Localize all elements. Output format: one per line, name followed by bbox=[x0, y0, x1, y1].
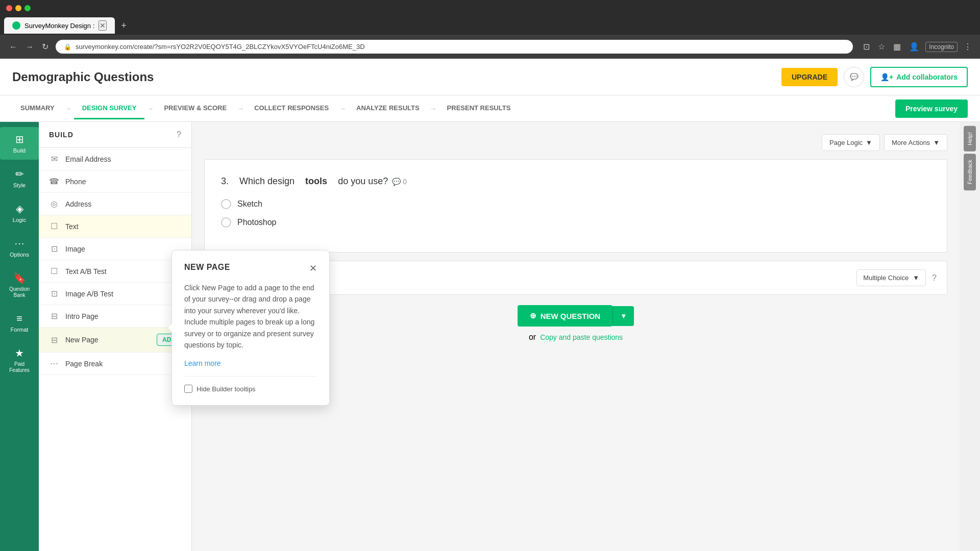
sidebar-item-question-bank[interactable]: 🔖 Question Bank bbox=[0, 266, 39, 305]
tab-arrow-4: → bbox=[337, 105, 348, 113]
sidebar-item-format[interactable]: ≡ Format bbox=[0, 307, 39, 339]
comment-button[interactable]: 💬 bbox=[844, 67, 864, 87]
sidebar-item-logic[interactable]: ◈ Logic bbox=[0, 196, 39, 229]
copy-paste-link[interactable]: Copy and paste questions bbox=[540, 333, 623, 341]
tooltip-close-button[interactable]: ✕ bbox=[309, 263, 317, 274]
tooltip-body: Click New Page to add a page to the end … bbox=[184, 282, 317, 350]
address-icon: ◎ bbox=[49, 199, 59, 209]
sidebar-item-build[interactable]: ⊞ Build bbox=[0, 127, 39, 160]
tab-design-survey[interactable]: DESIGN SURVEY bbox=[74, 98, 145, 119]
add-collab-icon: 👤+ bbox=[880, 73, 893, 81]
text-ab-icon: ☐ bbox=[49, 266, 59, 276]
profile-icon[interactable]: 👤 bbox=[907, 40, 921, 54]
survey-card: 3. Which design tools do you use? 💬 0 Sk… bbox=[204, 159, 947, 253]
comment-icon: 💬 0 bbox=[392, 178, 407, 186]
tooltip-popup: NEW PAGE ✕ Click New Page to add a page … bbox=[172, 250, 330, 406]
add-collaborators-button[interactable]: 👤+ Add collaborators bbox=[870, 67, 968, 87]
tab-analyze[interactable]: ANALYZE RESULTS bbox=[348, 98, 428, 119]
radio-photoshop[interactable] bbox=[221, 217, 231, 228]
image-ab-icon: ⊡ bbox=[49, 289, 59, 298]
tooltip-title: NEW PAGE bbox=[184, 263, 230, 272]
nav-tabs: SUMMARY → DESIGN SURVEY → PREVIEW & SCOR… bbox=[0, 95, 980, 122]
more-actions-button[interactable]: More Actions ▼ bbox=[884, 134, 947, 151]
main-content: ⊞ Build ✏ Style ◈ Logic ⋯ Options 🔖 Ques… bbox=[0, 122, 980, 551]
radio-sketch[interactable] bbox=[221, 199, 231, 209]
tab-close-btn[interactable]: ✕ bbox=[99, 20, 107, 31]
build-panel: BUILD ? ✉ Email Address ☎ Phone ◎ Addres… bbox=[39, 122, 192, 551]
bookmark-icon[interactable]: ☆ bbox=[876, 40, 887, 54]
tab-preview-score[interactable]: PREVIEW & SCORE bbox=[156, 98, 235, 119]
tab-present[interactable]: PRESENT RESULTS bbox=[439, 98, 519, 119]
survey-toolbar: Page Logic ▼ More Actions ▼ bbox=[204, 134, 947, 151]
build-help-icon[interactable]: ? bbox=[177, 130, 181, 139]
window-close-btn[interactable] bbox=[6, 5, 12, 11]
feedback-button[interactable]: Feedback bbox=[964, 154, 976, 190]
tab-title: SurveyMonkey Design : bbox=[24, 22, 94, 30]
build-item-phone[interactable]: ☎ Phone bbox=[39, 170, 191, 193]
titlebar bbox=[0, 0, 980, 16]
build-item-page-break[interactable]: ⋯ Page Break bbox=[39, 353, 191, 375]
phone-icon: ☎ bbox=[49, 177, 59, 186]
question-number: 3. bbox=[221, 176, 229, 187]
question-help-icon[interactable]: ? bbox=[932, 273, 937, 283]
tooltip-learn-more-link[interactable]: Learn more bbox=[184, 359, 221, 367]
build-item-image-ab[interactable]: ⊡ Image A/B Test bbox=[39, 283, 191, 305]
tab-collect[interactable]: COLLECT RESPONSES bbox=[246, 98, 337, 119]
sidebar-item-options[interactable]: ⋯ Options bbox=[0, 231, 39, 264]
build-item-email[interactable]: ✉ Email Address bbox=[39, 148, 191, 170]
url-text: surveymonkey.com/create/?sm=rsYO2R2V0EQO… bbox=[76, 43, 365, 51]
cast-icon[interactable]: ⊡ bbox=[861, 40, 872, 54]
question-bank-icon: 🔖 bbox=[13, 272, 26, 284]
sidebar-toggle-icon[interactable]: ▦ bbox=[891, 40, 903, 54]
new-question-button[interactable]: ⊕ NEW QUESTION bbox=[518, 305, 613, 327]
style-icon: ✏ bbox=[15, 168, 24, 180]
tab-summary[interactable]: SUMMARY bbox=[12, 98, 63, 119]
browser-actions: ⊡ ☆ ▦ 👤 Incognito ⋮ bbox=[861, 40, 974, 54]
new-question-dropdown-button[interactable]: ▼ bbox=[612, 306, 634, 326]
browser-tab[interactable]: SurveyMonkey Design : ✕ bbox=[4, 17, 115, 34]
window-max-btn[interactable] bbox=[24, 5, 31, 11]
back-btn[interactable]: ← bbox=[6, 39, 20, 55]
lock-icon: 🔒 bbox=[64, 43, 71, 51]
paid-icon: ★ bbox=[15, 347, 24, 359]
build-item-text-ab[interactable]: ☐ Text A/B Test bbox=[39, 260, 191, 283]
tooltip-footer: Hide Builder tooltips bbox=[184, 376, 317, 393]
question-type-select[interactable]: Multiple Choice ▼ bbox=[856, 269, 926, 286]
upgrade-button[interactable]: UPGRADE bbox=[781, 68, 838, 86]
tooltip-arrow bbox=[168, 324, 172, 332]
answer-option-photoshop[interactable]: Photoshop bbox=[221, 217, 930, 228]
address-bar[interactable]: 🔒 surveymonkey.com/create/?sm=rsYO2R2V0E… bbox=[56, 40, 853, 54]
page-logic-button[interactable]: Page Logic ▼ bbox=[822, 134, 880, 151]
preview-survey-button[interactable]: Preview survey bbox=[895, 99, 968, 118]
select-dropdown-icon: ▼ bbox=[913, 274, 919, 282]
refresh-btn[interactable]: ↻ bbox=[39, 39, 52, 55]
hide-tooltips-checkbox[interactable] bbox=[184, 385, 192, 393]
new-tab-btn[interactable]: + bbox=[117, 18, 131, 33]
intro-page-icon: ⊟ bbox=[49, 311, 59, 321]
tooltip-header: NEW PAGE ✕ bbox=[184, 263, 317, 274]
tab-arrow-2: → bbox=[144, 105, 156, 113]
build-item-image[interactable]: ⊡ Image bbox=[39, 238, 191, 260]
window-min-btn[interactable] bbox=[15, 5, 21, 11]
page-logic-dropdown-icon: ▼ bbox=[866, 139, 872, 146]
text-icon: ☐ bbox=[49, 221, 59, 231]
build-icon: ⊞ bbox=[15, 133, 24, 145]
forward-btn[interactable]: → bbox=[22, 39, 37, 55]
email-icon: ✉ bbox=[49, 154, 59, 164]
browser-tabs: SurveyMonkey Design : ✕ + bbox=[0, 16, 980, 35]
app-container: Demographic Questions UPGRADE 💬 👤+ Add c… bbox=[0, 59, 980, 551]
menu-icon[interactable]: ⋮ bbox=[962, 40, 974, 54]
sidebar-item-paid[interactable]: ★ Paid Features bbox=[0, 341, 39, 380]
build-item-address[interactable]: ◎ Address bbox=[39, 193, 191, 215]
answer-option-sketch[interactable]: Sketch bbox=[221, 199, 930, 209]
format-icon: ≡ bbox=[16, 313, 22, 324]
options-icon: ⋯ bbox=[14, 237, 24, 249]
more-actions-dropdown-icon: ▼ bbox=[933, 139, 940, 146]
tab-favicon bbox=[12, 21, 20, 30]
logic-icon: ◈ bbox=[16, 203, 23, 215]
help-button[interactable]: Help! bbox=[964, 126, 976, 152]
plus-icon: ⊕ bbox=[530, 311, 536, 320]
sidebar-item-style[interactable]: ✏ Style bbox=[0, 162, 39, 194]
build-item-text[interactable]: ☐ Text bbox=[39, 215, 191, 238]
sidebar: ⊞ Build ✏ Style ◈ Logic ⋯ Options 🔖 Ques… bbox=[0, 122, 39, 551]
